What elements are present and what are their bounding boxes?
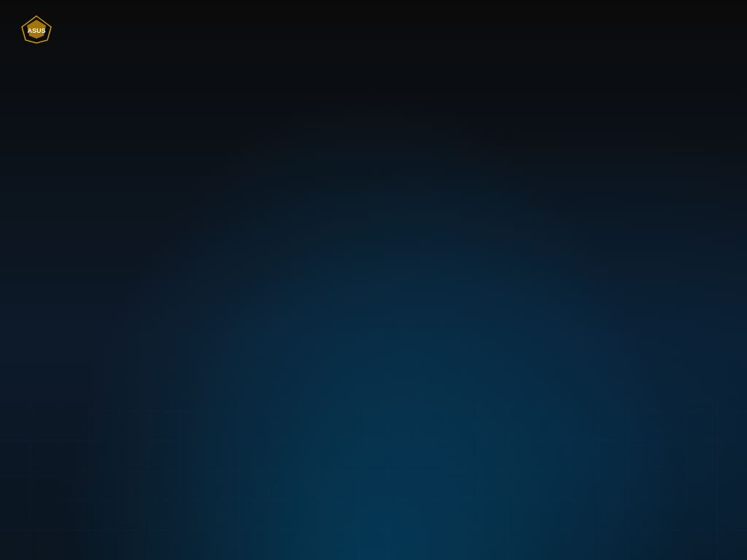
svg-text:ASUS: ASUS <box>27 27 45 34</box>
circuit-overlay <box>0 400 747 560</box>
asus-logo: ASUS <box>18 12 55 45</box>
main-container: ASUS 05/11/2018 Friday 17:16 ⚙ 🌐 简体中文 ☆ … <box>0 0 747 560</box>
